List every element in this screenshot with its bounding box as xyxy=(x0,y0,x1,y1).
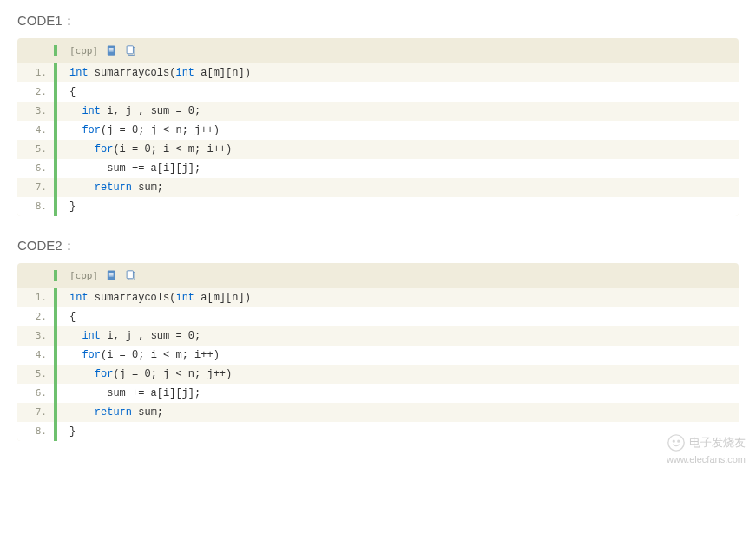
code-lines: 1.int sumarraycols(int a[m][n])2.{3. int… xyxy=(17,63,739,216)
code-content: for(i = 0; i < m; i++) xyxy=(57,140,232,159)
code-line: 4. for(i = 0; i < m; i++) xyxy=(17,346,739,365)
code-content: } xyxy=(57,422,76,441)
line-number: 1. xyxy=(17,63,54,82)
line-number: 7. xyxy=(17,403,54,422)
code-content: int sumarraycols(int a[m][n]) xyxy=(57,63,251,82)
code-content: return sum; xyxy=(57,403,163,422)
view-plain-icon[interactable] xyxy=(107,45,117,56)
code-content: sum += a[i][j]; xyxy=(57,159,201,178)
code-content: int i, j , sum = 0; xyxy=(57,326,201,346)
line-number: 3. xyxy=(17,326,54,346)
language-tag: [cpp] xyxy=(69,45,98,56)
line-number: 6. xyxy=(17,384,54,403)
code-content: int i, j , sum = 0; xyxy=(57,102,201,121)
code-line: 7. return sum; xyxy=(17,178,739,197)
line-number: 8. xyxy=(17,422,54,441)
line-number: 1. xyxy=(17,288,54,307)
svg-rect-9 xyxy=(109,276,114,277)
code-line: 8.} xyxy=(17,197,739,216)
svg-rect-11 xyxy=(127,271,133,279)
code-line: 4. for(j = 0; j < n; j++) xyxy=(17,121,739,140)
copy-icon[interactable] xyxy=(126,270,136,281)
line-number: 4. xyxy=(17,346,54,365)
line-number: 5. xyxy=(17,140,54,159)
code-block: [cpp]1.int sumarraycols(int a[m][n])2.{3… xyxy=(17,263,739,441)
copy-icon[interactable] xyxy=(126,45,136,56)
code-header: [cpp] xyxy=(17,263,739,288)
code-content: for(j = 0; j < n; j++) xyxy=(57,365,232,384)
line-number: 7. xyxy=(17,178,54,197)
svg-rect-1 xyxy=(109,48,114,49)
code-line: 8.} xyxy=(17,422,739,441)
code-line: 1.int sumarraycols(int a[m][n]) xyxy=(17,63,739,82)
code-content: return sum; xyxy=(57,178,163,197)
view-plain-icon[interactable] xyxy=(107,270,117,281)
line-number: 4. xyxy=(17,121,54,140)
code-line: 7. return sum; xyxy=(17,403,739,422)
code-lines: 1.int sumarraycols(int a[m][n])2.{3. int… xyxy=(17,288,739,441)
code-section-title: CODE2： xyxy=(17,238,739,254)
code-line: 2.{ xyxy=(17,307,739,326)
line-number: 2. xyxy=(17,82,54,102)
code-header: [cpp] xyxy=(17,38,739,63)
code-line: 5. for(j = 0; j < n; j++) xyxy=(17,365,739,384)
svg-rect-0 xyxy=(108,46,115,56)
svg-rect-5 xyxy=(127,46,133,54)
svg-rect-3 xyxy=(109,51,114,52)
line-number: 6. xyxy=(17,159,54,178)
code-line: 3. int i, j , sum = 0; xyxy=(17,102,739,121)
code-content: for(j = 0; j < n; j++) xyxy=(57,121,220,140)
svg-rect-8 xyxy=(109,274,114,275)
code-line: 3. int i, j , sum = 0; xyxy=(17,326,739,346)
code-line: 6. sum += a[i][j]; xyxy=(17,384,739,403)
code-content: int sumarraycols(int a[m][n]) xyxy=(57,288,251,307)
line-number: 3. xyxy=(17,102,54,121)
line-number: 2. xyxy=(17,307,54,326)
code-block: [cpp]1.int sumarraycols(int a[m][n])2.{3… xyxy=(17,38,739,216)
code-line: 2.{ xyxy=(17,82,739,102)
language-tag: [cpp] xyxy=(69,270,98,281)
code-content: { xyxy=(57,82,76,102)
code-line: 5. for(i = 0; i < m; i++) xyxy=(17,140,739,159)
code-line: 1.int sumarraycols(int a[m][n]) xyxy=(17,288,739,307)
code-content: sum += a[i][j]; xyxy=(57,384,201,403)
watermark-url: www.elecfans.com xyxy=(667,454,746,465)
svg-rect-6 xyxy=(108,271,115,280)
code-content: for(i = 0; i < m; i++) xyxy=(57,346,220,365)
code-line: 6. sum += a[i][j]; xyxy=(17,159,739,178)
svg-rect-7 xyxy=(109,273,114,274)
code-content: { xyxy=(57,307,76,326)
svg-rect-2 xyxy=(109,49,114,50)
code-content: } xyxy=(57,197,76,216)
line-number: 8. xyxy=(17,197,54,216)
code-section-title: CODE1： xyxy=(17,13,739,30)
line-number: 5. xyxy=(17,365,54,384)
